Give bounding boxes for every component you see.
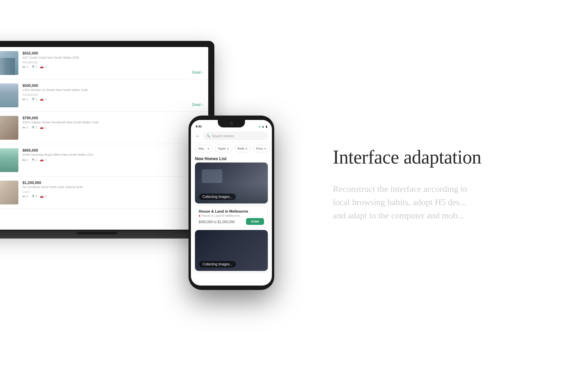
property-info: $860,000 4/456 Swansea Road Dillers New … <box>22 148 203 162</box>
search-placeholder: Search homes <box>212 134 234 138</box>
search-icon: 🔍 <box>207 134 210 138</box>
listing-price-row: $400,000 to $1,000,000 Order <box>199 218 264 225</box>
property-address: 4/456 Swansea Road Dillers New South Wal… <box>22 153 203 157</box>
headline: Interface adaptation <box>333 146 561 169</box>
property-card-1-image: Collecting Images... <box>195 163 268 203</box>
property-info: $790,000 4/201 Happer Street Homebush Ne… <box>22 116 203 129</box>
property-price: $552,000 <box>22 51 203 55</box>
laptop-screen: $552,000 4/27 South Creek New South Wale… <box>0 41 214 232</box>
bath-count: 🚿 1 <box>31 158 37 162</box>
bed-count: 🛏 2 <box>22 158 28 162</box>
status-time: 9:41 <box>196 125 202 128</box>
property-address: 4/201 Happer Street Homebush New South W… <box>22 121 203 125</box>
collecting-overlay-2: Collecting Images... <box>199 261 236 267</box>
listing-sub: House & Land in Melbourne... <box>199 214 264 217</box>
property-tags: Residential <box>22 61 203 64</box>
bath-count: 🚿 3 <box>31 195 37 198</box>
property-price: $790,000 <box>22 116 203 120</box>
property-info: $500,000 13/31 Randor St, Rocks New Sout… <box>22 83 203 101</box>
detail-link[interactable]: Detail › <box>192 71 203 74</box>
property-tags: Land <box>22 190 203 194</box>
property-price: $860,000 <box>22 148 203 152</box>
description: Reconstruct the interface according to l… <box>333 182 561 222</box>
collecting-overlay-1: Collecting Images... <box>199 194 236 200</box>
property-image <box>0 83 18 107</box>
property-item: $500,000 13/31 Randor St, Rocks New Sout… <box>0 79 208 112</box>
car-count: 🚗 1 <box>40 65 46 68</box>
listing-title: House & Land in Melbourne <box>199 209 264 213</box>
property-features: 🛏 1 🚿 1 🚗 1 <box>22 97 203 101</box>
property-thumb <box>0 148 18 172</box>
listing-card[interactable]: House & Land in Melbourne House & Land i… <box>195 206 268 228</box>
phone-camera <box>230 122 233 125</box>
detail-link[interactable]: Detail › <box>192 103 203 107</box>
property-image <box>0 148 18 172</box>
right-panel: Interface adaptation Reconstruct the int… <box>292 0 588 368</box>
property-card-2-image: Collecting Images... <box>195 230 268 271</box>
property-image <box>0 116 18 140</box>
filter-types[interactable]: Types ∨ <box>215 145 232 152</box>
property-address: 13/31 Randor St, Rocks New South Wales 2… <box>22 88 203 92</box>
property-features: 🛏 1 🚿 1 🚗 1 <box>22 65 203 68</box>
chevron-down-icon: ∨ <box>207 147 210 150</box>
car-count: 🚗 2 <box>40 195 46 198</box>
filter-price[interactable]: Price ∨ <box>253 145 270 152</box>
property-thumb <box>0 51 18 75</box>
property-item: $860,000 4/456 Swansea Road Dillers New … <box>0 144 208 177</box>
laptop-content-area: $552,000 4/27 South Creek New South Wale… <box>0 47 208 232</box>
phone-device: 9:41 ▲ ▮ ← 🔍 Search homes Stat... ∨ <box>189 116 274 290</box>
section-title: New Homes List <box>191 154 272 163</box>
property-features: 🛏 5 🚿 3 🚗 2 <box>22 195 203 198</box>
bath-count: 🚿 2 <box>31 126 37 129</box>
property-item: $790,000 4/201 Happer Street Homebush Ne… <box>0 112 208 144</box>
property-price: $1,200,000 <box>22 181 203 185</box>
listing-price: $400,000 to $1,000,000 <box>199 220 235 224</box>
listing-status-dot <box>199 215 200 217</box>
phone-screen: 9:41 ▲ ▮ ← 🔍 Search homes Stat... ∨ <box>191 120 272 286</box>
filter-row: Stat... ∨ Types ∨ Beds ∨ Price ∨ <box>191 143 272 154</box>
chevron-down-icon: ∨ <box>245 147 248 150</box>
property-address: 34 Cornbean Drive Point Cook Victoria 30… <box>22 185 203 189</box>
car-count: 🚗 1 <box>40 158 46 162</box>
signal-icon <box>259 126 260 127</box>
bath-count: 🚿 1 <box>31 65 37 68</box>
wifi-icon: ▲ <box>262 125 264 128</box>
battery-icon: ▮ <box>266 125 267 128</box>
chevron-down-icon: ∨ <box>227 147 229 150</box>
bath-count: 🚿 1 <box>31 97 37 101</box>
property-address: 4/27 South Creek New South Wales 2258 <box>22 56 203 60</box>
phone-body: 9:41 ▲ ▮ ← 🔍 Search homes Stat... ∨ <box>189 116 274 290</box>
back-button[interactable]: ← <box>195 133 200 139</box>
car-count: 🚗 1 <box>40 97 46 101</box>
property-features: 🛏 2 🚿 1 🚗 1 <box>22 158 203 162</box>
property-thumb <box>0 181 18 204</box>
phone-header: ← 🔍 Search homes <box>191 129 272 143</box>
property-info: $1,200,000 34 Cornbean Drive Point Cook … <box>22 181 203 198</box>
property-image <box>0 51 18 75</box>
property-card-1[interactable]: Collecting Images... <box>195 163 268 203</box>
property-card-2[interactable]: Collecting Images... <box>195 230 268 271</box>
property-info: $552,000 4/27 South Creek New South Wale… <box>22 51 203 68</box>
property-thumb <box>0 83 18 107</box>
bed-count: 🛏 2 <box>22 126 28 129</box>
order-button[interactable]: Order <box>246 218 264 225</box>
filter-status[interactable]: Stat... ∨ <box>195 145 213 152</box>
property-item: $552,000 4/27 South Creek New South Wale… <box>0 47 208 79</box>
car-count: 🚗 1 <box>40 126 46 129</box>
laptop-property-list: $552,000 4/27 South Creek New South Wale… <box>0 47 208 232</box>
property-price: $500,000 <box>22 83 203 88</box>
phone-notch <box>218 120 245 127</box>
property-tags: Residential <box>22 93 203 96</box>
bed-count: 🛏 1 <box>22 65 28 68</box>
property-thumb <box>0 116 18 140</box>
search-bar[interactable]: 🔍 Search homes <box>203 132 268 140</box>
chevron-down-icon: ∨ <box>264 147 266 150</box>
property-image <box>0 181 18 204</box>
bed-count: 🛏 5 <box>22 195 28 198</box>
bed-count: 🛏 1 <box>22 97 28 101</box>
property-item: $1,200,000 34 Cornbean Drive Point Cook … <box>0 177 208 209</box>
status-icons: ▲ ▮ <box>259 125 267 128</box>
filter-beds[interactable]: Beds ∨ <box>234 145 251 152</box>
property-features: 🛏 2 🚿 2 🚗 1 <box>22 126 203 129</box>
